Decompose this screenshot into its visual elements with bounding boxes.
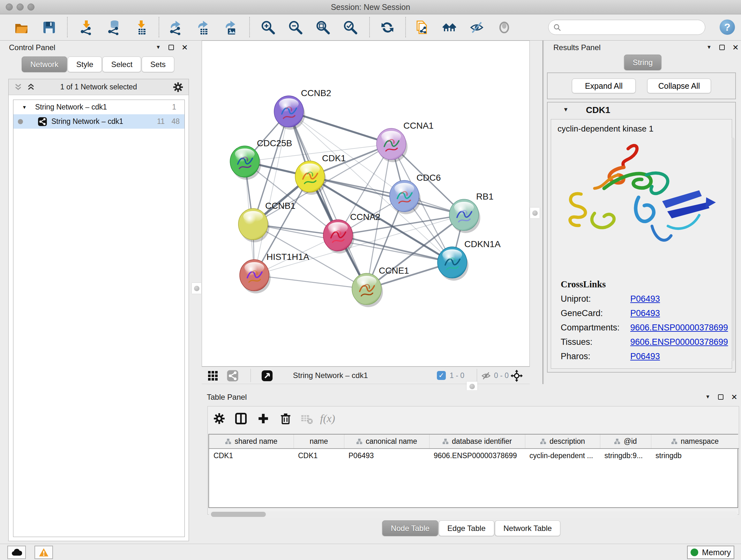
toolbar-separator	[67, 17, 68, 37]
zoom-fit-button[interactable]	[315, 19, 331, 36]
refresh-view-button[interactable]	[380, 19, 395, 36]
import-network-database-button[interactable]	[106, 19, 122, 36]
crosslink-row: GeneCard:P06493	[561, 308, 728, 318]
export-table-button[interactable]	[196, 19, 211, 36]
toolbar-group	[168, 19, 239, 36]
network-collection-label: String Network – cdk1	[35, 103, 107, 111]
export-image-button[interactable]	[223, 19, 239, 36]
search-input[interactable]	[561, 23, 705, 32]
save-session-button[interactable]	[42, 19, 57, 36]
panel-float-icon[interactable]: ▼	[156, 44, 161, 50]
network-canvas[interactable]: CCNB2 CCNA1 CDC25B CDK1 CDC6 RB1 CCNB1 C…	[202, 41, 530, 367]
network-share-icon[interactable]	[226, 370, 239, 382]
delete-column-trash-icon[interactable]	[279, 412, 293, 426]
birdseye-view-icon[interactable]	[261, 370, 273, 382]
hide-selected-button[interactable]	[469, 19, 484, 36]
zoom-out-button[interactable]	[288, 19, 303, 36]
cloud-status-button[interactable]	[7, 546, 26, 559]
column-header-shared-name[interactable]: shared name	[209, 435, 293, 449]
network-node-HIST1H1A[interactable]	[240, 260, 271, 294]
panel-close-icon[interactable]: ✕	[732, 45, 739, 50]
memory-button[interactable]: Memory	[687, 546, 734, 559]
network-status-dot-icon	[18, 119, 23, 124]
panel-float-icon[interactable]: ▼	[706, 44, 712, 50]
toolbar-group	[260, 19, 358, 36]
fit-selected-crosshair-icon[interactable]	[511, 370, 523, 382]
table-cell: P06493	[344, 449, 429, 462]
column-header-canonical-name[interactable]: canonical name	[344, 435, 429, 449]
tab-network-table[interactable]: Network Table	[495, 520, 561, 536]
table-options-gear-icon[interactable]	[212, 412, 226, 426]
column-header-database-identifier[interactable]: database identifier	[429, 435, 525, 449]
network-view: CCNB2 CCNA1 CDC25B CDK1 CDC6 RB1 CCNB1 C…	[202, 41, 530, 390]
column-header-description[interactable]: description	[525, 435, 600, 449]
export-network-button[interactable]	[168, 19, 184, 36]
hidden-eye-icon[interactable]	[480, 370, 492, 382]
tab-select[interactable]: Select	[103, 57, 141, 72]
panel-maximize-icon[interactable]	[718, 394, 724, 400]
vertical-splitter[interactable]	[542, 41, 544, 384]
network-options-gear-icon[interactable]	[173, 82, 184, 92]
tab-network[interactable]: Network	[22, 57, 67, 72]
crosslink-link[interactable]: 9606.ENSP00000378699	[630, 337, 728, 347]
network-manager-box: 1 of 1 Network selected ▼ String Network…	[8, 79, 189, 541]
help-button[interactable]: ?	[720, 19, 735, 35]
column-header-name[interactable]: name	[293, 435, 344, 449]
network-node-CDKN1A[interactable]	[437, 247, 468, 281]
panel-float-icon[interactable]: ▼	[705, 394, 711, 400]
selected-nodes-checkbox-icon[interactable]: ✓	[437, 371, 446, 380]
tab-sets[interactable]: Sets	[142, 57, 174, 72]
show-columns-icon[interactable]	[234, 412, 248, 426]
scrollbar-thumb[interactable]	[211, 512, 266, 517]
zoom-in-button[interactable]	[260, 19, 276, 36]
import-network-file-button[interactable]	[79, 19, 94, 36]
network-node-CCNA1[interactable]	[377, 128, 408, 162]
network-node-CCNE1[interactable]	[352, 273, 383, 307]
crosslink-link[interactable]: P06493	[630, 308, 660, 318]
network-node-CCNB2[interactable]	[274, 96, 305, 130]
network-node-CCNA2[interactable]	[323, 220, 354, 253]
network-node-CDC25B[interactable]	[230, 146, 261, 180]
panel-maximize-icon[interactable]	[719, 45, 725, 50]
network-collection-row[interactable]: ▼ String Network – cdk1 1	[13, 100, 185, 114]
warnings-button[interactable]	[35, 546, 53, 559]
show-graphics-details-button[interactable]	[496, 19, 512, 36]
panel-close-icon[interactable]: ✕	[731, 394, 738, 400]
network-node-RB1[interactable]	[449, 199, 480, 233]
vertical-splitter-handle[interactable]	[192, 283, 201, 294]
tab-edge-table[interactable]: Edge Table	[439, 520, 494, 536]
crosslink-link[interactable]: P06493	[630, 294, 660, 304]
grid-view-icon[interactable]	[207, 370, 219, 382]
column-header-namespace[interactable]: namespace	[651, 435, 739, 449]
panel-maximize-icon[interactable]	[169, 45, 174, 50]
gene-section-header[interactable]: ▼ CDK1	[548, 103, 735, 118]
vertical-splitter-handle[interactable]	[530, 207, 540, 219]
table-row[interactable]: CDK1CDK1P064939606.ENSP00000378699cyclin…	[209, 449, 739, 462]
crosslink-link[interactable]: P06493	[630, 352, 660, 361]
tab-node-table[interactable]: Node Table	[382, 520, 438, 536]
section-collapse-icon[interactable]: ▼	[563, 106, 569, 113]
create-column-plus-icon[interactable]	[256, 412, 270, 426]
open-file-button[interactable]	[14, 19, 29, 36]
tab-style[interactable]: Style	[68, 57, 102, 72]
horizontal-splitter[interactable]	[202, 384, 741, 390]
horizontal-splitter-handle[interactable]	[467, 381, 477, 391]
panel-close-icon[interactable]: ✕	[182, 45, 188, 50]
zoom-out-icon	[288, 20, 303, 35]
expand-all-button[interactable]: Expand All	[572, 78, 636, 93]
network-row-selected[interactable]: String Network – cdk1 11 48	[13, 114, 185, 129]
tree-expand-icon[interactable]: ▼	[22, 105, 27, 110]
results-scrollbar[interactable]	[731, 138, 735, 361]
network-snapshot-button[interactable]	[414, 19, 429, 36]
crosslink-link[interactable]: 9606.ENSP00000378699	[630, 323, 728, 333]
zoom-selected-button[interactable]	[343, 19, 358, 36]
import-table-file-button[interactable]	[134, 19, 149, 36]
current-network-name: String Network – cdk1	[293, 371, 368, 380]
collection-count: 1	[172, 103, 176, 111]
tab-string[interactable]: String	[624, 55, 662, 70]
column-header--id[interactable]: @id	[600, 435, 651, 449]
save-session-icon	[42, 20, 57, 35]
network-node-CDK1[interactable]	[295, 161, 326, 195]
collapse-all-button[interactable]: Collapse All	[647, 78, 711, 93]
first-neighbors-button[interactable]	[442, 19, 457, 36]
